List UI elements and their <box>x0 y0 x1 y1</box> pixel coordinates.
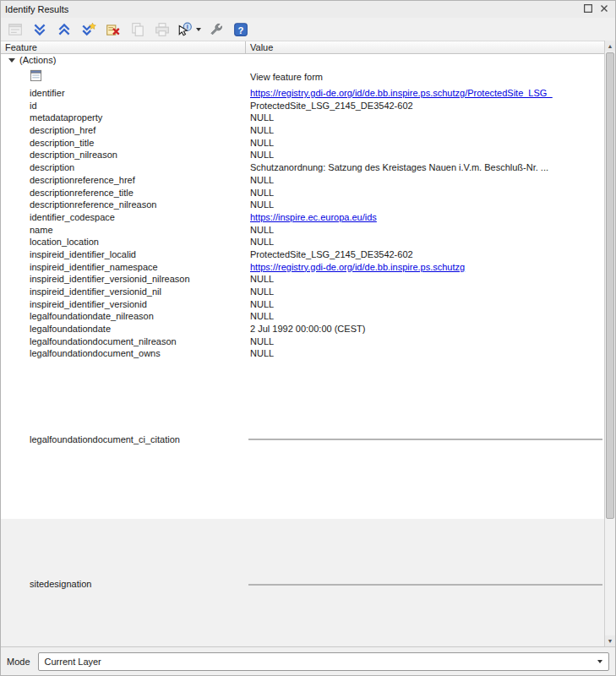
float-window-icon <box>582 3 594 16</box>
table-row[interactable]: inspireid_identifier_versionid_nilreason… <box>1 273 604 286</box>
actions-group-row[interactable]: (Actions) <box>1 54 604 67</box>
mode-label: Mode <box>7 657 30 667</box>
feature-cell <box>1 69 246 85</box>
help-icon: ? <box>233 22 248 37</box>
feature-cell: name <box>1 224 246 237</box>
identify-results-panel: Identify Results i? Feature Value (Actio… <box>0 0 616 676</box>
expand-tree-icon <box>32 22 47 37</box>
feature-name: description_href <box>30 125 95 135</box>
table-row[interactable]: legalfoundationdocument_ci_citation{ "gm… <box>1 360 604 519</box>
settings-button[interactable] <box>206 19 226 39</box>
feature-name: description <box>30 162 74 172</box>
collapse-tree-icon <box>57 22 72 37</box>
value-cell: NULL <box>246 298 604 311</box>
table-header: Feature Value <box>1 41 615 54</box>
table-row[interactable]: description_titleNULL <box>1 137 604 150</box>
dropdown-caret-icon <box>196 28 201 31</box>
scroll-down-arrow-icon[interactable]: ▼ <box>592 584 602 585</box>
vertical-scrollbar[interactable]: ▲ ▼ <box>604 41 615 646</box>
expand-tree-button[interactable] <box>30 19 50 39</box>
scroll-down-arrow-icon[interactable]: ▼ <box>592 439 602 439</box>
table-row[interactable]: legalfoundationdate2 Jul 1992 00:00:00 (… <box>1 323 604 335</box>
table-row[interactable]: legalfoundationdocument_ownsNULL <box>1 347 604 360</box>
table-row[interactable]: descriptionreference_hrefNULL <box>1 174 604 187</box>
feature-cell: legalfoundationdocument_owns <box>1 347 246 360</box>
feature-name: id <box>30 101 37 111</box>
value-text: NULL <box>250 348 274 358</box>
table-row[interactable]: inspireid_identifier_localidProtectedSit… <box>1 248 604 261</box>
feature-name: inspireid_identifier_versionid_nil <box>30 286 161 297</box>
view-feature-form-row[interactable]: View feature form <box>1 67 604 87</box>
table-rows: (Actions)View feature formidentifierhttp… <box>1 54 604 646</box>
form-icon[interactable] <box>30 69 42 85</box>
value-cell: NULL <box>246 310 604 323</box>
table-row[interactable]: metadatapropertyNULL <box>1 112 604 124</box>
collapse-tree-button[interactable] <box>54 19 74 39</box>
clear-results-button[interactable] <box>103 19 123 39</box>
expand-new-results-button[interactable] <box>79 19 99 39</box>
column-header-value[interactable]: Value <box>246 41 604 53</box>
value-cell: View feature form <box>246 71 604 84</box>
mode-select[interactable]: Current Layer <box>38 652 609 671</box>
chevron-down-icon <box>597 660 602 663</box>
form-view-button <box>5 19 25 39</box>
identify-tool-button[interactable]: i <box>177 19 202 39</box>
table-row[interactable]: legalfoundationdocument_nilreasonNULL <box>1 335 604 348</box>
value-link[interactable]: https://registry.gdi-de.org/id/de.bb.ins… <box>250 88 553 98</box>
table-row[interactable]: location_locationNULL <box>1 236 604 248</box>
help-button[interactable]: ? <box>231 19 251 39</box>
value-text: NULL <box>250 125 274 135</box>
value-text: NULL <box>250 274 274 284</box>
feature-name: inspireid_identifier_localid <box>30 249 136 259</box>
table-row[interactable]: description_nilreasonNULL <box>1 149 604 161</box>
close-button[interactable] <box>597 3 611 16</box>
table-row[interactable]: descriptionreference_titleNULL <box>1 187 604 199</box>
feature-cell: descriptionreference_nilreason <box>1 199 246 211</box>
expanded-branch-icon[interactable] <box>8 58 15 63</box>
scroll-up-arrow-icon[interactable]: ▲ <box>605 41 615 52</box>
value-cell: https://registry.gdi-de.org/id/de.bb.ins… <box>246 261 604 274</box>
scroll-up-arrow-icon[interactable]: ▲ <box>592 439 602 440</box>
copy-feature-button <box>128 19 148 39</box>
table-row[interactable]: descriptionSchutzanordnung: Satzung des … <box>1 161 604 174</box>
toolbar: i? <box>1 18 615 41</box>
value-link[interactable]: https://registry.gdi-de.org/id/de.bb.ins… <box>250 262 465 272</box>
column-header-feature[interactable]: Feature <box>1 41 246 53</box>
feature-cell: inspireid_identifier_versionid_nil <box>1 286 246 298</box>
json-code-view[interactable]: { "ps:DesignationType": { "ps:designatio… <box>248 584 602 586</box>
value-text: NULL <box>250 286 274 297</box>
actions-group-label: (Actions) <box>1 54 246 67</box>
feature-name: legalfoundationdate_nilreason <box>30 311 154 321</box>
table-row[interactable]: sitedesignation{ "ps:DesignationType": {… <box>1 519 604 646</box>
table-row[interactable]: nameNULL <box>1 224 604 237</box>
json-code-view[interactable]: { "gmd:date": { "gmd:CI_Date": { "gmd:da… <box>248 439 602 440</box>
table-row[interactable]: identifier_codespacehttps://inspire.ec.e… <box>1 211 604 224</box>
scrollbar-thumb[interactable] <box>606 52 614 519</box>
table-row[interactable]: idProtectedSite_LSG_2145_DE3542-602 <box>1 100 604 112</box>
view-feature-form-label[interactable]: View feature form <box>250 72 323 82</box>
clear-results-icon <box>106 22 121 37</box>
table-row[interactable]: inspireid_identifier_versionid_nilNULL <box>1 286 604 298</box>
value-cell: NULL <box>246 224 604 237</box>
scroll-up-arrow-icon[interactable]: ▲ <box>592 585 602 586</box>
scroll-down-arrow-icon[interactable]: ▼ <box>605 635 615 646</box>
svg-text:?: ? <box>238 25 244 35</box>
value-text: NULL <box>250 175 274 185</box>
table-row[interactable]: inspireid_identifier_versionidNULL <box>1 298 604 311</box>
float-window-button[interactable] <box>581 3 595 16</box>
table-row[interactable]: identifierhttps://registry.gdi-de.org/id… <box>1 87 604 100</box>
value-cell: NULL <box>246 199 604 211</box>
table-row[interactable]: inspireid_identifier_namespacehttps://re… <box>1 261 604 274</box>
feature-cell: descriptionreference_href <box>1 174 246 187</box>
feature-name: identifier_codespace <box>30 212 115 222</box>
feature-cell: legalfoundationdate <box>1 323 246 335</box>
value-text: ProtectedSite_LSG_2145_DE3542-602 <box>250 249 413 259</box>
actions-group-text: (Actions) <box>19 55 56 65</box>
table-row[interactable]: legalfoundationdate_nilreasonNULL <box>1 310 604 323</box>
feature-cell: descriptionreference_title <box>1 187 246 199</box>
feature-cell: description_title <box>1 137 246 150</box>
value-text: NULL <box>250 138 274 148</box>
value-link[interactable]: https://inspire.ec.europa.eu/ids <box>250 212 377 222</box>
table-row[interactable]: description_hrefNULL <box>1 124 604 137</box>
table-row[interactable]: descriptionreference_nilreasonNULL <box>1 199 604 211</box>
